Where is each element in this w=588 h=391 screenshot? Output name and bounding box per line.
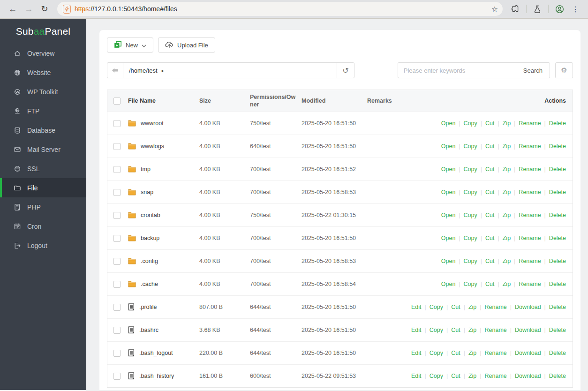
- action-delete-link[interactable]: Delete: [549, 327, 566, 333]
- row-checkbox[interactable]: [113, 281, 121, 288]
- row-checkbox[interactable]: [113, 304, 121, 311]
- row-checkbox[interactable]: [113, 212, 121, 219]
- action-zip-link[interactable]: Zip: [503, 212, 511, 218]
- action-delete-link[interactable]: Delete: [549, 235, 566, 241]
- row-checkbox[interactable]: [113, 120, 121, 127]
- address-bar[interactable]: https://127.0.0.1:50443/home#/files ☆: [57, 2, 503, 16]
- action-zip-link[interactable]: Zip: [468, 304, 476, 310]
- action-cut-link[interactable]: Cut: [485, 281, 494, 287]
- action-edit-link[interactable]: Edit: [411, 327, 422, 333]
- action-download-link[interactable]: Download: [515, 327, 541, 333]
- action-zip-link[interactable]: Zip: [503, 258, 511, 264]
- action-zip-link[interactable]: Zip: [468, 373, 476, 379]
- bookmark-star-icon[interactable]: ☆: [491, 5, 498, 14]
- action-copy-link[interactable]: Copy: [464, 143, 477, 150]
- action-copy-link[interactable]: Copy: [464, 166, 477, 173]
- action-zip-link[interactable]: Zip: [468, 350, 476, 356]
- file-name-link[interactable]: .config: [141, 258, 158, 264]
- browser-forward-icon[interactable]: →: [22, 2, 36, 16]
- row-checkbox[interactable]: [113, 327, 121, 334]
- sidebar-item-mail-server[interactable]: Mail Server: [0, 140, 86, 159]
- action-open-link[interactable]: Open: [441, 189, 456, 196]
- action-rename-link[interactable]: Rename: [519, 281, 541, 287]
- action-cut-link[interactable]: Cut: [485, 212, 494, 218]
- action-cut-link[interactable]: Cut: [485, 235, 494, 241]
- file-name-link[interactable]: .bash_logout: [139, 350, 173, 356]
- file-name-link[interactable]: .bashrc: [139, 327, 158, 333]
- action-copy-link[interactable]: Copy: [430, 373, 443, 379]
- action-zip-link[interactable]: Zip: [503, 189, 511, 196]
- sidebar-item-website[interactable]: Website: [0, 63, 86, 82]
- select-all-checkbox[interactable]: [113, 98, 121, 105]
- action-cut-link[interactable]: Cut: [485, 120, 494, 127]
- row-checkbox[interactable]: [113, 166, 121, 173]
- action-copy-link[interactable]: Copy: [464, 235, 477, 241]
- action-delete-link[interactable]: Delete: [549, 143, 566, 150]
- sidebar-item-ssl[interactable]: SSL: [0, 159, 86, 178]
- action-delete-link[interactable]: Delete: [549, 189, 566, 196]
- action-delete-link[interactable]: Delete: [549, 373, 566, 379]
- action-zip-link[interactable]: Zip: [468, 327, 476, 333]
- action-delete-link[interactable]: Delete: [549, 166, 566, 173]
- action-copy-link[interactable]: Copy: [430, 327, 443, 333]
- file-name-link[interactable]: crontab: [141, 212, 160, 218]
- profile-icon[interactable]: [552, 2, 566, 16]
- sidebar-item-logout[interactable]: Logout: [0, 236, 86, 255]
- sidebar-item-overview[interactable]: Overview: [0, 44, 86, 63]
- path-input[interactable]: /home/test ▸: [123, 63, 337, 78]
- file-name-link[interactable]: .cache: [141, 281, 158, 287]
- action-delete-link[interactable]: Delete: [549, 212, 566, 218]
- sidebar-item-cron[interactable]: Cron: [0, 217, 86, 236]
- settings-gear-icon[interactable]: ⚙: [555, 62, 573, 78]
- action-cut-link[interactable]: Cut: [485, 166, 494, 173]
- refresh-icon[interactable]: ↺: [337, 63, 354, 78]
- action-cut-link[interactable]: Cut: [485, 143, 494, 150]
- action-download-link[interactable]: Download: [515, 304, 541, 310]
- row-checkbox[interactable]: [113, 189, 121, 196]
- file-name-link[interactable]: wwwlogs: [141, 143, 164, 150]
- action-cut-link[interactable]: Cut: [451, 304, 460, 310]
- action-download-link[interactable]: Download: [515, 373, 541, 379]
- flask-icon[interactable]: [530, 2, 544, 16]
- row-checkbox[interactable]: [113, 258, 121, 265]
- action-copy-link[interactable]: Copy: [464, 212, 477, 218]
- action-delete-link[interactable]: Delete: [549, 120, 566, 127]
- row-checkbox[interactable]: [113, 373, 121, 380]
- file-name-link[interactable]: .profile: [139, 304, 157, 310]
- action-rename-link[interactable]: Rename: [519, 189, 541, 196]
- action-edit-link[interactable]: Edit: [411, 350, 422, 356]
- sidebar-item-ftp[interactable]: FTP: [0, 101, 86, 120]
- action-edit-link[interactable]: Edit: [411, 304, 422, 310]
- action-delete-link[interactable]: Delete: [549, 258, 566, 264]
- path-caret-icon[interactable]: ▸: [162, 68, 164, 73]
- action-cut-link[interactable]: Cut: [485, 258, 494, 264]
- row-checkbox[interactable]: [113, 143, 121, 150]
- browser-reload-icon[interactable]: ↻: [38, 2, 52, 16]
- action-zip-link[interactable]: Zip: [503, 166, 511, 173]
- row-checkbox[interactable]: [113, 350, 121, 357]
- action-rename-link[interactable]: Rename: [519, 166, 541, 173]
- insecure-site-icon[interactable]: [63, 5, 71, 14]
- action-copy-link[interactable]: Copy: [464, 120, 477, 127]
- action-download-link[interactable]: Download: [515, 350, 541, 356]
- search-button[interactable]: Search: [516, 62, 550, 78]
- action-rename-link[interactable]: Rename: [519, 258, 541, 264]
- sidebar-item-php[interactable]: PHP: [0, 197, 86, 217]
- action-open-link[interactable]: Open: [441, 258, 456, 264]
- action-copy-link[interactable]: Copy: [464, 281, 477, 287]
- action-delete-link[interactable]: Delete: [549, 350, 566, 356]
- file-name-link[interactable]: .bash_history: [139, 373, 174, 379]
- upload-file-button[interactable]: Upload File: [158, 38, 215, 53]
- row-checkbox[interactable]: [113, 235, 121, 242]
- action-open-link[interactable]: Open: [441, 143, 456, 150]
- action-open-link[interactable]: Open: [441, 120, 456, 127]
- sidebar-item-wp-toolkit[interactable]: WP Toolkit: [0, 82, 86, 101]
- action-cut-link[interactable]: Cut: [451, 327, 460, 333]
- new-button[interactable]: New: [107, 38, 153, 53]
- action-rename-link[interactable]: Rename: [485, 327, 507, 333]
- action-cut-link[interactable]: Cut: [485, 189, 494, 196]
- action-open-link[interactable]: Open: [441, 281, 456, 287]
- action-copy-link[interactable]: Copy: [430, 350, 443, 356]
- action-rename-link[interactable]: Rename: [485, 373, 507, 379]
- search-input[interactable]: [398, 62, 516, 78]
